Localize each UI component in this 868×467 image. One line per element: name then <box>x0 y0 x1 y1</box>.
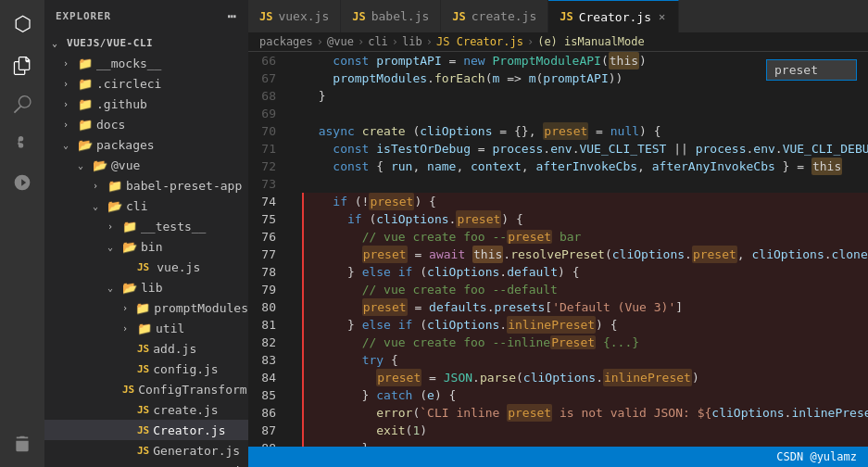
line-num-88: 88 <box>248 439 285 447</box>
tree-vuejs[interactable]: JS vue.js <box>44 257 248 277</box>
code-line-76: // vue create foo --preset bar <box>302 228 868 246</box>
tree-tests[interactable]: › 📁 __tests__ <box>44 216 248 236</box>
tree-label: config.js <box>153 362 218 376</box>
code-line-82: // vue create foo --inlinePreset {...} <box>302 334 868 351</box>
tree-label: Creator.js <box>153 423 225 437</box>
tree-label: lib <box>141 281 162 295</box>
tree-label: @vue <box>111 158 140 172</box>
folder-open-icon: 📂 <box>122 240 137 254</box>
tab-label: Creator.js <box>579 10 651 24</box>
explorer-panel: EXPLORER ⋯ ⌄ VUEJS/VUE-CLI › 📁 __mocks__… <box>44 0 248 467</box>
tree-createjs[interactable]: JS create.js <box>44 399 248 420</box>
explorer-activity-icon[interactable] <box>6 50 38 82</box>
extensions-activity-icon[interactable] <box>6 428 38 460</box>
breadcrumb-file[interactable]: JS Creator.js <box>436 35 523 48</box>
line-num-81: 81 <box>248 316 285 334</box>
folder-open-icon: 📂 <box>107 199 122 213</box>
tree-mocks[interactable]: › 📁 __mocks__ <box>44 53 248 73</box>
line-num-84: 84 <box>248 369 285 386</box>
breadcrumb: packages › @vue › cli › lib › JS Creator… <box>248 32 868 52</box>
tree-util[interactable]: › 📁 util <box>44 318 248 338</box>
tree-label: vue.js <box>157 260 200 274</box>
code-line-85: } catch (e) { <box>302 386 868 404</box>
tab-label: vuex.js <box>278 9 329 23</box>
line-num-86: 86 <box>248 404 285 422</box>
tree-docs[interactable]: › 📁 docs <box>44 114 248 134</box>
search-input[interactable] <box>774 63 849 77</box>
tree-root[interactable]: ⌄ VUEJS/VUE-CLI <box>44 32 248 53</box>
code-line-74: if (!preset) { <box>302 193 868 210</box>
line-num-74: 74 <box>248 193 285 210</box>
tree-addjs[interactable]: JS add.js <box>44 338 248 359</box>
search-box <box>766 59 857 81</box>
tab-vuex[interactable]: JS vuex.js <box>248 0 341 32</box>
folder-icon: 📁 <box>78 118 93 132</box>
tree-github[interactable]: › 📁 .github <box>44 94 248 114</box>
line-num-80: 80 <box>248 298 285 316</box>
line-num-66: 66 <box>248 52 285 69</box>
code-line-80: preset = defaults.presets['Default (Vue … <box>302 298 868 316</box>
debug-activity-icon[interactable] <box>6 167 38 198</box>
code-line-68: } <box>304 87 868 105</box>
breadcrumb-cli[interactable]: cli <box>368 35 388 48</box>
tree-label: __tests__ <box>141 220 206 234</box>
tab-label: babel.js <box>371 9 430 23</box>
line-num-76: 76 <box>248 228 285 246</box>
tree-generatorjs[interactable]: JS Generator.js <box>44 440 248 461</box>
explorer-header: EXPLORER ⋯ <box>44 0 248 32</box>
line-num-83: 83 <box>248 351 285 369</box>
tree-label: __mocks__ <box>96 57 161 70</box>
line-num-85: 85 <box>248 386 285 404</box>
tree-label: Generator.js <box>153 444 240 458</box>
tree-label: .github <box>96 97 147 111</box>
line-num-78: 78 <box>248 263 285 281</box>
folder-icon: 📁 <box>78 97 93 111</box>
file-tree: ⌄ VUEJS/VUE-CLI › 📁 __mocks__ › 📁 .circl… <box>44 32 248 467</box>
code-line-77: preset = await this.resolvePreset(cliOpt… <box>302 246 868 263</box>
tree-configjs[interactable]: JS config.js <box>44 359 248 379</box>
tree-label: ConfigTransform.js <box>138 383 248 397</box>
tree-packages[interactable]: ⌄ 📂 packages <box>44 134 248 155</box>
tab-close-button[interactable]: ✕ <box>657 8 667 25</box>
tab-babel[interactable]: JS babel.js <box>341 0 441 32</box>
code-line-70: async create (cliOptions = {}, preset = … <box>304 122 868 140</box>
tree-label: babel-preset-app <box>126 179 242 193</box>
main-area: JS vuex.js JS babel.js JS create.js JS C… <box>248 0 868 467</box>
breadcrumb-sep: › <box>317 35 323 48</box>
code-line-69 <box>304 105 868 122</box>
breadcrumb-lib[interactable]: lib <box>402 35 422 48</box>
tree-lib[interactable]: ⌄ 📂 lib <box>44 277 248 297</box>
root-arrow: ⌄ <box>52 38 67 48</box>
tab-creator[interactable]: JS Creator.js ✕ <box>548 0 679 32</box>
code-line-79: // vue create foo --default <box>302 281 868 298</box>
tree-creatorjs[interactable]: JS Creator.js <box>44 420 248 440</box>
code-editor: 66 67 68 69 70 71 72 73 74 75 76 77 78 7… <box>248 52 868 447</box>
tab-create[interactable]: JS create.js <box>441 0 548 32</box>
tree-babel-preset[interactable]: › 📁 babel-preset-app <box>44 175 248 196</box>
vscode-logo-icon[interactable]: ⬡ <box>6 7 38 39</box>
code-line-87: exit(1) <box>302 422 868 439</box>
tree-generatorapiJs[interactable]: JS GeneratorAPI.js <box>44 461 248 467</box>
line-num-87: 87 <box>248 422 285 439</box>
code-line-84: preset = JSON.parse(cliOptions.inlinePre… <box>302 369 868 386</box>
source-control-activity-icon[interactable] <box>6 128 38 159</box>
tree-circleci[interactable]: › 📁 .circleci <box>44 73 248 94</box>
breadcrumb-packages[interactable]: packages <box>259 35 313 48</box>
tree-bin[interactable]: ⌄ 📂 bin <box>44 236 248 257</box>
breadcrumb-sep: › <box>527 35 534 48</box>
root-label: VUEJS/VUE-CLI <box>67 37 153 49</box>
new-file-icon[interactable]: ⋯ <box>227 7 237 25</box>
js-tab-icon: JS <box>352 10 365 23</box>
line-num-77: 77 <box>248 246 285 263</box>
breadcrumb-function[interactable]: (e) isManualMode <box>537 35 645 48</box>
line-num-82: 82 <box>248 334 285 351</box>
tree-configtransform[interactable]: JS ConfigTransform.js <box>44 379 248 399</box>
tree-promptmodules[interactable]: › 📁 promptModules <box>44 297 248 318</box>
tree-label: GeneratorAPI.js <box>140 464 248 468</box>
js-icon: JS <box>137 424 149 436</box>
breadcrumb-atvue[interactable]: @vue <box>327 35 354 48</box>
search-activity-icon[interactable] <box>6 89 38 120</box>
code-content[interactable]: const promptAPI = new PromptModuleAPI(th… <box>295 52 868 447</box>
tree-cli[interactable]: ⌄ 📂 cli <box>44 196 248 216</box>
tree-atvue[interactable]: ⌄ 📂 @vue <box>44 155 248 175</box>
